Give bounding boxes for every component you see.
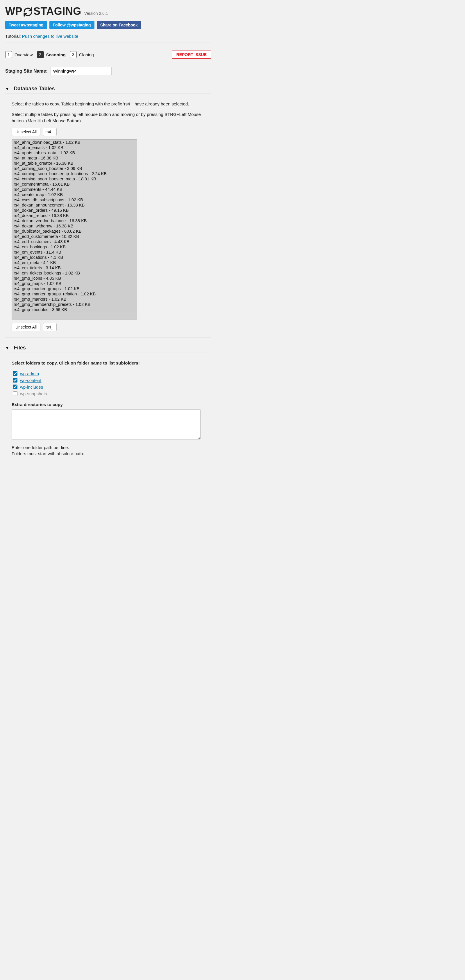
table-option[interactable]: rs4_duplicator_packages - 60.02 KB	[12, 229, 137, 234]
folder-row: wp-includes	[12, 384, 211, 390]
folder-checkbox[interactable]	[13, 371, 18, 376]
table-option[interactable]: rs4_ahm_download_stats - 1.02 KB	[12, 140, 137, 145]
extra-dirs-label: Extra directories to copy	[12, 402, 211, 407]
steps-nav: 1 Overview 2 Scanning 3 Cloning REPORT I…	[5, 51, 211, 59]
table-option[interactable]: rs4_coming_soon_booster - 3.09 KB	[12, 166, 137, 171]
extra-hint-2: Folders must start with absolute path:	[12, 450, 211, 457]
folder-link[interactable]: wp-admin	[20, 371, 39, 376]
table-option[interactable]: rs4_gmp_marker_groups - 1.02 KB	[12, 286, 137, 291]
table-option[interactable]: rs4_dokan_withdraw - 16.38 KB	[12, 223, 137, 229]
table-option[interactable]: rs4_em_locations - 4.1 KB	[12, 255, 137, 260]
step-num-3: 3	[70, 51, 77, 58]
tutorial-line: Tutorial: Push changes to live website	[5, 34, 211, 39]
table-option[interactable]: rs4_em_meta - 4.1 KB	[12, 260, 137, 265]
files-help: Select folders to copy. Click on folder …	[12, 360, 211, 366]
prefix-input-bottom[interactable]	[43, 323, 57, 331]
tweet-button[interactable]: Tweet #wpstaging	[5, 21, 47, 29]
table-option[interactable]: rs4_edd_customermeta - 10.32 KB	[12, 234, 137, 239]
table-option[interactable]: rs4_em_tickets - 3.14 KB	[12, 265, 137, 270]
site-name-label: Staging Site Name:	[5, 68, 48, 74]
step-label-scanning: Scanning	[46, 52, 66, 57]
tutorial-link[interactable]: Push changes to live website	[22, 34, 78, 39]
table-option[interactable]: rs4_em_events - 11.4 KB	[12, 250, 137, 255]
table-option[interactable]: rs4_gmp_markers - 1.02 KB	[12, 297, 137, 302]
files-header[interactable]: ▼ Files	[5, 343, 211, 353]
unselect-all-top-button[interactable]: Unselect All	[12, 128, 40, 136]
folder-link[interactable]: wp-includes	[20, 385, 43, 390]
table-option[interactable]: rs4_coming_soon_booster_ip_locations - 2…	[12, 171, 137, 176]
step-num-2: 2	[37, 51, 44, 58]
logo: WP STAGING	[5, 5, 81, 18]
db-help-2: Select multiple tables by pressing left …	[12, 111, 211, 124]
table-option[interactable]: rs4_gmp_modules - 3.66 KB	[12, 307, 137, 312]
step-label-cloning: Cloning	[79, 52, 94, 57]
table-option[interactable]: rs4_cscs_db_subscriptions - 1.02 KB	[12, 197, 137, 202]
folder-link[interactable]: wp-content	[20, 378, 41, 383]
extra-dirs-textarea[interactable]	[12, 409, 201, 439]
table-option[interactable]: rs4_at_table_creator - 16.38 KB	[12, 161, 137, 166]
version-text: Version 2.6.1	[84, 11, 108, 16]
step-label-overview: Overview	[14, 52, 33, 57]
table-option[interactable]: rs4_dokan_orders - 49.15 KB	[12, 208, 137, 213]
table-option[interactable]: rs4_edd_customers - 4.43 KB	[12, 239, 137, 244]
logo-part1: WP	[5, 5, 22, 18]
db-help-1: Select the tables to copy. Tables beginn…	[12, 101, 211, 107]
table-option[interactable]: rs4_dokan_announcement - 16.38 KB	[12, 202, 137, 208]
step-num-1: 1	[5, 51, 12, 58]
table-option[interactable]: rs4_em_bookings - 1.02 KB	[12, 244, 137, 250]
collapse-icon: ▼	[5, 346, 9, 350]
logo-part2: STAGING	[33, 5, 81, 18]
table-option[interactable]: rs4_dokan_vendor_balance - 16.38 KB	[12, 218, 137, 223]
table-option[interactable]: rs4_dokan_refund - 16.38 KB	[12, 213, 137, 218]
table-option[interactable]: rs4_gmp_marker_groups_relation - 1.02 KB	[12, 291, 137, 297]
table-option[interactable]: rs4_at_meta - 16.38 KB	[12, 155, 137, 161]
folder-checkbox[interactable]	[13, 378, 18, 383]
table-option[interactable]: rs4_appts_tables_data - 1.02 KB	[12, 150, 137, 155]
folder-row: wp-admin	[12, 370, 211, 377]
follow-button[interactable]: Follow @wpstaging	[49, 21, 94, 29]
table-option[interactable]: rs4_comments - 44.44 KB	[12, 187, 137, 192]
table-option[interactable]: rs4_gmp_icons - 4.05 KB	[12, 276, 137, 281]
table-option[interactable]: rs4_em_tickets_bookings - 1.02 KB	[12, 270, 137, 276]
folder-row: wp-content	[12, 377, 211, 383]
step-cloning[interactable]: 3 Cloning	[70, 51, 94, 58]
tutorial-prefix: Tutorial:	[5, 34, 22, 39]
table-option[interactable]: rs4_gmp_membership_presets - 1.02 KB	[12, 302, 137, 307]
unselect-all-bottom-button[interactable]: Unselect All	[12, 323, 40, 331]
collapse-icon: ▼	[5, 87, 9, 91]
folder-checkbox[interactable]	[13, 385, 18, 389]
table-option[interactable]: rs4_create_map - 1.02 KB	[12, 192, 137, 197]
table-option[interactable]: rs4_ahm_emails - 1.02 KB	[12, 145, 137, 150]
prefix-input-top[interactable]	[43, 128, 57, 136]
extra-hint-1: Enter one folder path per line.	[12, 444, 211, 450]
table-option[interactable]: rs4_gmp_maps - 1.02 KB	[12, 281, 137, 286]
table-option[interactable]: rs4_commentmeta - 15.61 KB	[12, 181, 137, 187]
step-scanning[interactable]: 2 Scanning	[37, 51, 66, 58]
site-name-input[interactable]	[51, 67, 111, 75]
folder-checkbox[interactable]	[13, 391, 18, 396]
tables-multiselect[interactable]: rs4_ahm_download_stats - 1.02 KBrs4_ahm_…	[12, 139, 137, 320]
folder-label-disabled: wp-snapshots	[20, 391, 47, 396]
share-facebook-button[interactable]: Share on Facebook	[97, 21, 141, 29]
files-title: Files	[14, 345, 26, 351]
step-overview[interactable]: 1 Overview	[5, 51, 33, 58]
report-issue-button[interactable]: REPORT ISSUE	[172, 51, 211, 59]
folders-list: wp-adminwp-contentwp-includeswp-snapshot…	[12, 370, 211, 397]
folder-row: wp-snapshots	[12, 390, 211, 397]
db-tables-header[interactable]: ▼ Database Tables	[5, 84, 211, 94]
table-option[interactable]: rs4_coming_soon_booster_meta - 18.91 KB	[12, 176, 137, 181]
db-tables-title: Database Tables	[14, 86, 55, 92]
sync-icon	[22, 5, 33, 18]
